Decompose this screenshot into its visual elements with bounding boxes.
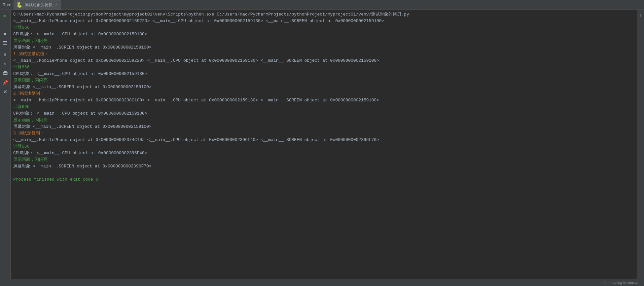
main-area: ▶ ↑ ■ ≡ ✎ 📌 C:\Users\mac\Py: [0, 10, 644, 279]
status-bar: https://plug-in.store/a...: [0, 279, 644, 286]
console-line: <__main__.MobilePhone object at 0x000000…: [13, 137, 634, 143]
console-line: 屏幕对象 <__main__.SCREEN object at 0x000000…: [13, 163, 634, 170]
tab-close-button[interactable]: ×: [54, 2, 58, 8]
settings-button[interactable]: ≡: [1, 51, 10, 59]
edit-button[interactable]: ✎: [1, 60, 10, 68]
console-line: 计算666: [13, 24, 634, 31]
console-line: 屏幕对象 <__main__.SCREEN object at 0x000000…: [13, 84, 634, 90]
console-line: <__main__.MobilePhone object at 0x000000…: [13, 57, 634, 64]
scroll-up-button[interactable]: ↑: [1, 20, 10, 29]
console-line: <__main__.MobilePhone object at 0x000000…: [13, 18, 634, 24]
run-tab[interactable]: 🐍 测试对象的拷贝 ×: [14, 0, 61, 10]
console-line: C:\Users\mac\PycharmProjects\pythonProje…: [13, 11, 634, 18]
svg-rect-5: [4, 74, 7, 75]
svg-rect-2: [3, 44, 7, 45]
console-line: 计算666: [13, 143, 634, 150]
svg-rect-1: [3, 43, 7, 43]
console-line: CPU对象： <__main__.CPU object at 0x0000000…: [13, 150, 634, 157]
console-line: 显示画面，闪闪亮: [13, 117, 634, 124]
console-line: CPU对象： <__main__.CPU object at 0x0000000…: [13, 110, 634, 117]
python-icon: 🐍: [16, 2, 23, 8]
right-toolbar: ⋮: [637, 10, 644, 279]
tab-bar: Run: 🐍 测试对象的拷贝 ×: [0, 0, 644, 10]
stop-button[interactable]: ■: [1, 30, 10, 38]
left-toolbar: ▶ ↑ ■ ≡ ✎ 📌: [0, 10, 11, 279]
console-line: 屏幕对象 <__main__.SCREEN object at 0x000000…: [13, 44, 634, 51]
console-line: [13, 170, 634, 176]
svg-rect-4: [4, 71, 7, 73]
pin-button[interactable]: 📌: [1, 78, 10, 87]
console-line: 2.测试浅复制：: [13, 90, 634, 97]
console-line: <__main__.MobilePhone object at 0x000000…: [13, 97, 634, 104]
console-line: CPU对象： <__main__.CPU object at 0x0000000…: [13, 31, 634, 38]
console-line: 计算666: [13, 104, 634, 110]
console-line: 显示画面，闪闪亮: [13, 77, 634, 84]
console-line: 屏幕对象 <__main__.SCREEN object at 0x000000…: [13, 124, 634, 130]
run-button[interactable]: ▶: [1, 11, 10, 20]
svg-rect-0: [3, 41, 7, 42]
console-line: CPU对象： <__main__.CPU object at 0x0000000…: [13, 71, 634, 77]
toolbar-divider: [2, 49, 9, 49]
print-button[interactable]: [1, 69, 10, 78]
console-line: 显示画面，闪闪亮: [13, 38, 634, 44]
rerun-button[interactable]: [1, 39, 10, 48]
clear-button[interactable]: [1, 88, 10, 96]
console-line: Process finished with exit code 0: [13, 176, 634, 183]
console-line: 计算666: [13, 64, 634, 71]
console-line: 3.测试深复制：: [13, 130, 634, 137]
status-text: https://plug-in.store/a...: [604, 281, 641, 285]
run-label: Run:: [0, 3, 14, 7]
right-btn-1[interactable]: ⋮: [638, 13, 644, 18]
console-output[interactable]: C:\Users\mac\PycharmProjects\pythonProje…: [11, 10, 637, 279]
console-line: 1.测试变量赋值：: [13, 51, 634, 57]
console-line: 显示画面，闪闪亮: [13, 157, 634, 163]
tab-title: 测试对象的拷贝: [25, 2, 53, 8]
